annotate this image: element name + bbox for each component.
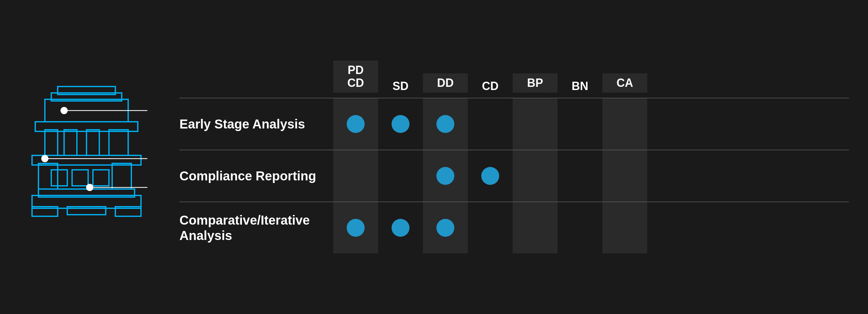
- technical-diagram: [26, 74, 147, 240]
- table-header: PDCD SD DD CD BP BN CA: [180, 61, 849, 97]
- col-header-bn: BN: [558, 80, 602, 93]
- dot: [436, 167, 454, 185]
- svg-rect-14: [72, 170, 88, 186]
- cell-early-dd: [423, 98, 468, 150]
- col-header-cd: CD: [468, 80, 513, 93]
- svg-rect-5: [45, 130, 58, 155]
- col-header-ca: CA: [602, 73, 647, 93]
- cell-early-sd: [378, 98, 423, 150]
- dot: [436, 115, 454, 133]
- svg-rect-8: [109, 130, 128, 155]
- cell-comp-cd: [468, 150, 513, 201]
- svg-rect-15: [93, 170, 109, 186]
- svg-rect-7: [87, 130, 99, 155]
- row-cells-comparative: [333, 202, 647, 253]
- cell-comp-bn: [558, 150, 602, 201]
- dot: [392, 115, 409, 133]
- cell-comp2-bp: [513, 202, 558, 253]
- svg-rect-6: [64, 130, 77, 155]
- row-cells-early-stage: [333, 98, 647, 150]
- cell-early-bp: [513, 98, 558, 150]
- svg-rect-3: [112, 163, 131, 189]
- cell-comp-dd: [423, 150, 468, 201]
- dot: [481, 167, 499, 185]
- col-header-sd: SD: [378, 80, 423, 93]
- row-label-comparative: Comparative/Iterative Analysis: [180, 213, 333, 243]
- cell-comp2-ca: [602, 202, 647, 253]
- dot: [392, 219, 409, 237]
- row-label-compliance: Compliance Reporting: [180, 168, 333, 184]
- table-row-early-stage: Early Stage Analysis: [180, 98, 849, 150]
- cell-early-ca: [602, 98, 647, 150]
- cell-early-pdcd: [333, 98, 378, 150]
- cell-early-bn: [558, 98, 602, 150]
- dot: [347, 115, 365, 133]
- row-cells-compliance: [333, 150, 647, 201]
- table-row-compliance: Compliance Reporting: [180, 150, 849, 201]
- dot: [347, 219, 365, 237]
- content-area: PDCD SD DD CD BP BN CA Early Stage Analy…: [154, 61, 849, 253]
- cell-comp-sd: [378, 150, 423, 201]
- diagram-area: [19, 13, 154, 301]
- col-header-pdcd: PDCD: [333, 61, 378, 92]
- cell-comp-pdcd: [333, 150, 378, 201]
- svg-rect-13: [51, 170, 67, 186]
- cell-comp2-bn: [558, 202, 602, 253]
- cell-comp-ca: [602, 150, 647, 201]
- cell-comp2-sd: [378, 202, 423, 253]
- col-header-bp: BP: [513, 73, 558, 93]
- dot: [436, 219, 454, 237]
- cell-comp2-cd: [468, 202, 513, 253]
- cell-comp2-dd: [423, 202, 468, 253]
- cell-comp-bp: [513, 150, 558, 201]
- table-row-comparative: Comparative/Iterative Analysis: [180, 201, 849, 253]
- col-header-dd: DD: [423, 73, 468, 93]
- cell-comp2-pdcd: [333, 202, 378, 253]
- cell-early-cd: [468, 98, 513, 150]
- main-container: PDCD SD DD CD BP BN CA Early Stage Analy…: [0, 0, 868, 314]
- row-label-early-stage: Early Stage Analysis: [180, 116, 333, 132]
